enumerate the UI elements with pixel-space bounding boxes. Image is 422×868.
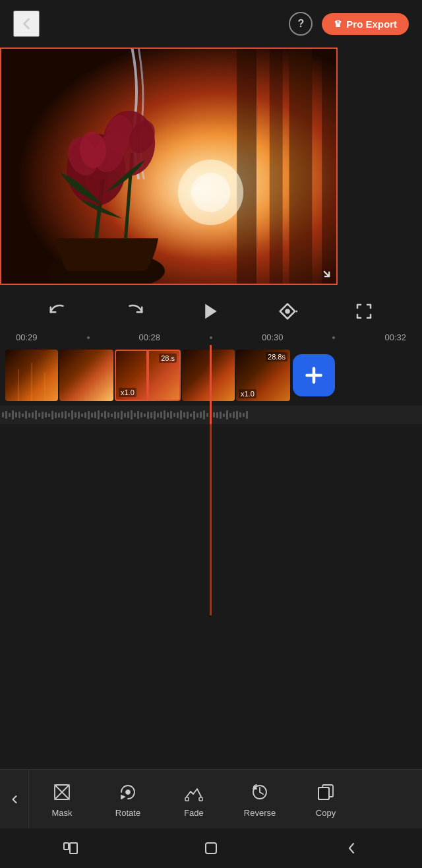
toolbar-item-mask[interactable]: Mask [29, 770, 95, 829]
nav-recents-button[interactable] [54, 832, 87, 865]
waveform-tick [88, 411, 90, 419]
waveform-tick [38, 413, 40, 417]
waveform-tick [42, 412, 44, 419]
waveform-tick [193, 411, 195, 419]
fade-icon [182, 780, 206, 804]
playback-controls [0, 285, 422, 332]
waveform-tick [101, 413, 103, 417]
undo-button[interactable] [44, 297, 73, 326]
time-32: 00:32 [384, 332, 406, 342]
svg-rect-2 [237, 49, 256, 284]
waveform-tick [5, 411, 7, 419]
svg-rect-32 [199, 797, 202, 801]
waveform-tick [206, 413, 208, 417]
header: ? ♛ Pro Export [0, 0, 422, 44]
help-button[interactable]: ? [289, 12, 313, 36]
waveform-tick [2, 412, 4, 418]
clip-4[interactable]: 28.8s x1.0 [236, 350, 290, 401]
waveform-tick [177, 412, 179, 418]
clip-selected[interactable]: 28.s x1.0 [115, 350, 181, 401]
nav-back-button[interactable] [335, 832, 368, 865]
svg-point-29 [126, 790, 130, 794]
waveform-tick [121, 411, 123, 419]
waveform-tick [104, 411, 106, 419]
svg-point-19 [286, 310, 289, 313]
resize-handle[interactable] [315, 263, 331, 278]
waveform-tick [154, 411, 156, 419]
copy-icon [314, 780, 338, 804]
waveform-tick [180, 410, 182, 419]
waveform-tick [239, 412, 241, 418]
waveform-tick [32, 412, 34, 418]
waveform-tick [147, 412, 149, 419]
waveform-tick [236, 411, 238, 419]
toolbar-back-button[interactable] [0, 770, 29, 829]
waveform-tick [243, 413, 245, 417]
waveform-tick [35, 410, 37, 419]
back-button[interactable] [13, 11, 40, 37]
waveform-tick [213, 412, 215, 418]
waveform-tick [81, 414, 83, 417]
time-29: 00:29 [16, 332, 38, 342]
rotate-icon [116, 780, 140, 804]
timeline-ruler: 00:29 00:28 00:30 00:32 [0, 332, 422, 342]
waveform-tick [229, 413, 231, 418]
waveform-tick [150, 412, 152, 418]
nav-home-button[interactable] [195, 832, 227, 865]
pro-export-button[interactable]: ♛ Pro Export [322, 13, 409, 35]
playhead-waveform [210, 406, 212, 424]
waveform-tick [55, 412, 57, 418]
waveform-tick [94, 412, 96, 418]
waveform-tick [223, 414, 225, 417]
svg-rect-5 [322, 49, 336, 284]
clip-3[interactable] [182, 350, 235, 401]
toolbar-items: Mask Rotate Fade [29, 770, 422, 829]
toolbar-item-rotate[interactable]: Rotate [95, 770, 161, 829]
waveform-tick [164, 410, 166, 419]
waveform-tick [107, 412, 109, 418]
add-clip-button[interactable] [293, 354, 335, 396]
toolbar-item-copy[interactable]: Copy [293, 770, 359, 829]
bottom-toolbar: Mask Rotate Fade [0, 769, 422, 828]
svg-marker-18 [205, 304, 217, 319]
video-preview [0, 47, 338, 285]
waveform-tick [71, 410, 73, 419]
clip-1[interactable] [5, 350, 58, 401]
svg-rect-41 [206, 843, 216, 853]
svg-rect-3 [270, 49, 283, 284]
svg-rect-31 [185, 797, 189, 801]
waveform-tick [246, 411, 248, 419]
clip-2[interactable] [59, 350, 113, 401]
crown-icon: ♛ [334, 18, 342, 29]
ruler-dot-3 [332, 336, 335, 339]
fade-label: Fade [184, 808, 204, 818]
waveform-tick [137, 411, 139, 419]
fullscreen-button[interactable] [349, 297, 378, 326]
waveform-tick [28, 413, 30, 418]
keyframe-button[interactable] [273, 297, 302, 326]
timeline-area: 28.s x1.0 28.8s x1.0 [0, 345, 422, 424]
play-button[interactable] [196, 297, 226, 326]
clip-speed-2: x1.0 [239, 389, 256, 398]
waveform-tick [200, 412, 202, 418]
svg-rect-1 [1, 49, 336, 284]
waveform-tick [167, 412, 169, 418]
waveform-tick [226, 410, 228, 419]
toolbar-item-reverse[interactable]: Reverse [227, 770, 293, 829]
playhead-extension [210, 424, 212, 615]
waveform-tick [216, 412, 218, 418]
waveform-tick [131, 410, 133, 419]
waveform-tick [127, 412, 129, 418]
reverse-label: Reverse [244, 808, 276, 818]
rotate-label: Rotate [115, 808, 140, 818]
svg-rect-39 [64, 843, 69, 850]
mask-icon [50, 780, 74, 804]
waveform-tick [61, 412, 63, 418]
toolbar-item-fade[interactable]: Fade [161, 770, 227, 829]
waveform-tick [25, 411, 27, 419]
waveform-tick [9, 413, 11, 417]
redo-button[interactable] [120, 297, 149, 326]
waveform-tick [220, 412, 222, 419]
waveform-tick [12, 410, 14, 419]
time-30: 00:30 [262, 332, 284, 342]
